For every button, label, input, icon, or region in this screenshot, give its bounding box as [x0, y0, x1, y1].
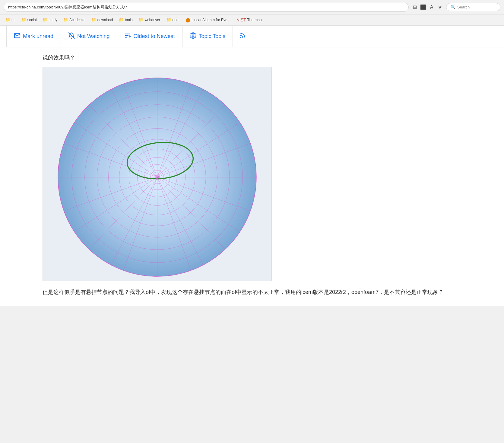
bookmark-linear-algebra[interactable]: ⬤ Linear Algebra for Eve...	[183, 17, 233, 23]
search-bar[interactable]: 🔍 Search	[446, 3, 500, 11]
extensions-icon[interactable]: ⊞	[412, 4, 418, 10]
thermop-icon: NIST	[236, 18, 246, 22]
bookmark-academic[interactable]: 📁 Academic	[61, 17, 88, 23]
bookmark-study[interactable]: 📁 study	[40, 17, 60, 23]
main-card: Mark unread Not Watching	[0, 25, 504, 306]
not-watching-label: Not Watching	[77, 33, 109, 40]
bookmark-label: webdriver	[144, 18, 160, 22]
search-icon: 🔍	[451, 5, 455, 9]
svg-point-6	[240, 37, 241, 38]
mark-unread-label: Mark unread	[23, 33, 53, 40]
svg-point-5	[192, 35, 194, 37]
oldest-to-newest-label: Oldest to Newest	[133, 33, 175, 40]
bookmark-label: download	[97, 18, 113, 22]
topic-toolbar: Mark unread Not Watching	[0, 26, 504, 47]
bookmark-tools[interactable]: 📁 tools	[116, 17, 135, 23]
mesh-image	[43, 67, 272, 281]
folder-icon: 📁	[138, 18, 143, 22]
svg-line-0	[68, 33, 74, 39]
bookmark-label: Linear Algebra for Eve...	[192, 18, 230, 22]
browser-bar: https://cfd-china.com/topic/6069/搅拌反应器ic…	[0, 0, 504, 14]
bookmark-label: Academic	[69, 18, 85, 22]
folder-icon: 📁	[43, 18, 47, 22]
topic-tools-button[interactable]: Topic Tools	[182, 26, 233, 47]
post-area: 说的效果吗？	[0, 47, 504, 306]
browser-icons: ⊞ ⬛ A ★	[412, 4, 443, 10]
bookmark-star-icon[interactable]: ★	[437, 4, 443, 10]
mesh-svg	[43, 67, 271, 281]
not-watching-button[interactable]: Not Watching	[61, 26, 117, 47]
url-bar[interactable]: https://cfd-china.com/topic/6069/搅拌反应器ic…	[4, 3, 409, 12]
bookmark-thermop[interactable]: NIST Thermop	[234, 17, 264, 23]
bookmark-label: note	[173, 18, 179, 22]
folder-icon: 📁	[91, 18, 96, 22]
svg-point-50	[157, 177, 158, 178]
folder-icon: 📁	[166, 18, 171, 22]
linear-algebra-icon: ⬤	[185, 18, 190, 22]
bookmark-note[interactable]: 📁 note	[164, 17, 182, 23]
folder-icon: 📁	[63, 18, 68, 22]
folder-icon: 📁	[21, 18, 26, 22]
mark-unread-icon	[14, 32, 21, 40]
bookmark-label: study	[49, 18, 57, 22]
bookmark-webdriver[interactable]: 📁 webdriver	[136, 17, 163, 23]
gear-icon	[190, 32, 196, 40]
sort-icon	[124, 32, 131, 40]
not-watching-icon	[68, 32, 75, 40]
post-text-bottom: 但是这样似乎是有悬挂节点的问题？我导入of中，发现这个存在悬挂节点的面在of中显…	[43, 287, 480, 297]
folder-icon: 📁	[119, 18, 124, 22]
bookmark-label: social	[27, 18, 37, 22]
rss-button[interactable]	[233, 29, 252, 44]
search-label: Search	[457, 5, 470, 9]
post-text-top: 说的效果吗？	[43, 53, 492, 62]
mark-unread-button[interactable]: Mark unread	[6, 26, 61, 47]
translate-icon[interactable]: A	[429, 4, 435, 10]
save-icon[interactable]: ⬛	[420, 4, 426, 10]
bookmark-social[interactable]: 📁 social	[19, 17, 39, 23]
topic-tools-label: Topic Tools	[199, 33, 226, 40]
bookmark-ns[interactable]: 📁 ns	[3, 17, 18, 23]
bookmark-label: ns	[11, 18, 15, 22]
bookmark-label: tools	[125, 18, 132, 22]
folder-icon: 📁	[5, 18, 10, 22]
bookmark-label: Thermop	[247, 18, 262, 22]
oldest-to-newest-button[interactable]: Oldest to Newest	[117, 26, 182, 47]
bookmark-download[interactable]: 📁 download	[89, 17, 115, 23]
bookmarks-bar: 📁 ns 📁 social 📁 study 📁 Academic 📁 downl…	[0, 14, 504, 25]
